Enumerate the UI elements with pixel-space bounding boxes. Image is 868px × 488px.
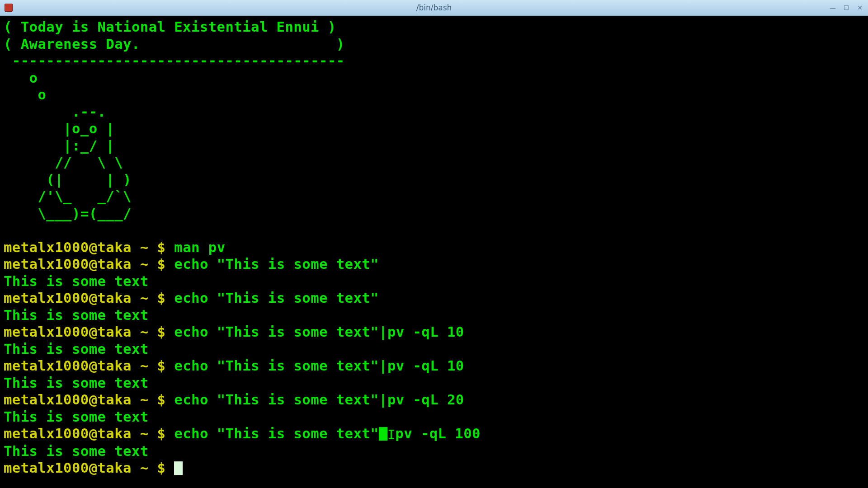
minimize-button[interactable]: — [827,3,838,12]
prompt-path: ~ [140,290,149,306]
close-button[interactable]: ✕ [854,3,865,12]
prompt-path: ~ [140,460,149,476]
current-command-before-cursor: echo "This is some text" [174,426,379,441]
prompt-symbol: $ [157,358,166,374]
command: echo "This is some text" [174,256,379,272]
prompt-symbol: $ [157,239,166,255]
prompt-symbol: $ [157,290,166,306]
command-output: This is some text [4,341,149,357]
tux-ascii: .--. [4,104,106,120]
prompt-path: ~ [140,256,149,272]
command: echo "This is some text"|pv -qL 20 [174,392,464,408]
tux-ascii: /'\_ _/`\ [4,188,132,204]
command-output: This is some text [4,375,149,391]
prompt-user-host: metalx1000@taka [4,239,132,255]
command: echo "This is some text"|pv -qL 10 [174,358,464,374]
terminal-window: /bin/bash — ☐ ✕ ( Today is National Exis… [0,0,868,488]
command: echo "This is some text" [174,290,379,306]
tux-ascii: |o_o | [4,121,114,136]
prompt-user-host: metalx1000@taka [4,290,132,306]
prompt-path: ~ [140,392,149,408]
prompt-user-host: metalx1000@taka [4,460,132,476]
prompt-user-host: metalx1000@taka [4,324,132,340]
prompt-path: ~ [140,426,149,441]
command-output: This is some text [4,443,149,459]
command-output: This is some text [4,273,149,289]
prompt-user-host: metalx1000@taka [4,426,132,441]
prompt-symbol: $ [157,392,166,408]
motd-bubble-tail: o [4,87,46,103]
prompt-path: ~ [140,358,149,374]
mouse-ibeam-icon: I [387,427,395,444]
prompt-user-host: metalx1000@taka [4,392,132,408]
tux-ascii: |:_/ | [4,138,114,154]
tux-ascii: (| | ) [4,172,132,188]
window-title: /bin/bash [416,3,452,12]
tux-ascii: // \ \ [4,155,123,170]
tux-ascii: \___)=(___/ [4,206,132,221]
motd-bubble-tail: o [4,70,38,86]
window-controls: — ☐ ✕ [827,3,865,12]
command-output: This is some text [4,307,149,323]
motd-line: ( Awareness Day. ) [4,36,345,52]
command: man pv [174,239,225,255]
maximize-button[interactable]: ☐ [841,3,852,12]
prompt-symbol: $ [157,256,166,272]
motd-separator: --------------------------------------- [4,53,345,69]
command: echo "This is some text"|pv -qL 10 [174,324,464,340]
prompt-path: ~ [140,239,149,255]
current-command-after-cursor: pv -qL 100 [395,426,481,441]
app-icon [5,4,13,12]
prompt-user-host: metalx1000@taka [4,256,132,272]
prompt-symbol: $ [157,324,166,340]
prompt-user-host: metalx1000@taka [4,358,132,374]
titlebar[interactable]: /bin/bash — ☐ ✕ [0,0,868,16]
prompt-symbol: $ [157,460,166,476]
prompt-path: ~ [140,324,149,340]
terminal-body[interactable]: ( Today is National Existential Ennui ) … [0,16,868,488]
text-cursor [379,427,387,441]
terminal-cursor [174,461,183,475]
prompt-symbol: $ [157,426,166,441]
motd-line: ( Today is National Existential Ennui ) [4,19,336,35]
command-output: This is some text [4,409,149,425]
